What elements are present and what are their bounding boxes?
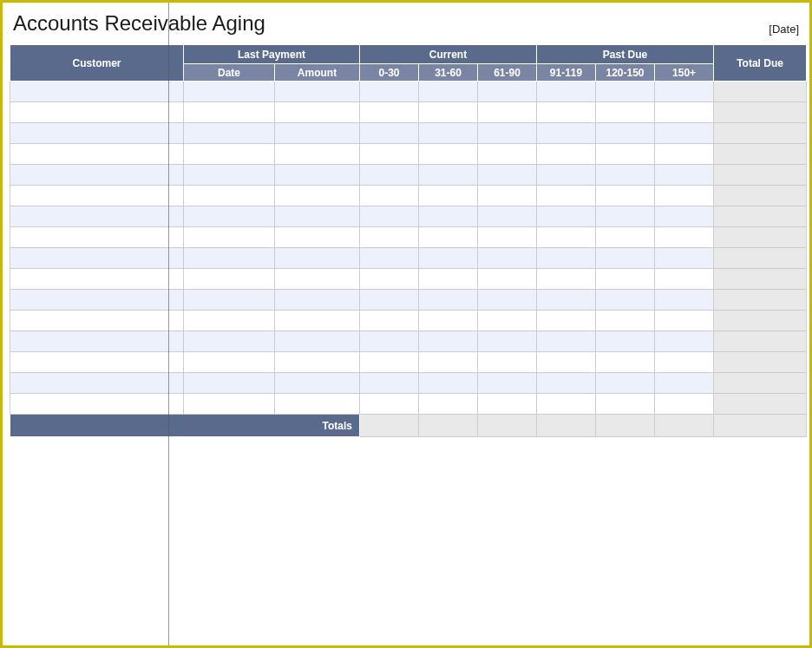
cell-91-119[interactable] xyxy=(537,144,596,165)
cell-31-60[interactable] xyxy=(419,186,478,206)
cell-total-due[interactable] xyxy=(714,248,807,269)
cell-amount[interactable] xyxy=(275,82,360,102)
cell-total-due[interactable] xyxy=(714,144,807,165)
cell-61-90[interactable] xyxy=(478,352,537,373)
cell-total-due[interactable] xyxy=(714,352,807,373)
cell-120-150[interactable] xyxy=(596,373,655,394)
cell-0-30[interactable] xyxy=(360,394,419,415)
cell-150-plus[interactable] xyxy=(655,186,714,206)
cell-total-due[interactable] xyxy=(714,206,807,227)
cell-150-plus[interactable] xyxy=(655,269,714,290)
cell-0-30[interactable] xyxy=(360,269,419,290)
cell-31-60[interactable] xyxy=(419,331,478,352)
cell-date[interactable] xyxy=(184,144,275,165)
cell-0-30[interactable] xyxy=(360,352,419,373)
cell-0-30[interactable] xyxy=(360,248,419,269)
cell-amount[interactable] xyxy=(275,102,360,123)
totals-91-119[interactable] xyxy=(537,415,596,437)
cell-150-plus[interactable] xyxy=(655,123,714,144)
cell-31-60[interactable] xyxy=(419,206,478,227)
cell-0-30[interactable] xyxy=(360,144,419,165)
cell-customer[interactable] xyxy=(10,227,184,248)
cell-total-due[interactable] xyxy=(714,186,807,206)
cell-31-60[interactable] xyxy=(419,82,478,102)
cell-150-plus[interactable] xyxy=(655,290,714,311)
cell-91-119[interactable] xyxy=(537,373,596,394)
cell-date[interactable] xyxy=(184,269,275,290)
cell-amount[interactable] xyxy=(275,311,360,331)
cell-120-150[interactable] xyxy=(596,352,655,373)
cell-150-plus[interactable] xyxy=(655,102,714,123)
cell-total-due[interactable] xyxy=(714,123,807,144)
cell-amount[interactable] xyxy=(275,123,360,144)
cell-total-due[interactable] xyxy=(714,165,807,186)
cell-91-119[interactable] xyxy=(537,82,596,102)
cell-61-90[interactable] xyxy=(478,144,537,165)
cell-150-plus[interactable] xyxy=(655,373,714,394)
cell-31-60[interactable] xyxy=(419,311,478,331)
cell-91-119[interactable] xyxy=(537,165,596,186)
cell-date[interactable] xyxy=(184,373,275,394)
cell-91-119[interactable] xyxy=(537,269,596,290)
cell-120-150[interactable] xyxy=(596,331,655,352)
cell-31-60[interactable] xyxy=(419,269,478,290)
cell-31-60[interactable] xyxy=(419,394,478,415)
cell-91-119[interactable] xyxy=(537,186,596,206)
cell-0-30[interactable] xyxy=(360,165,419,186)
cell-91-119[interactable] xyxy=(537,331,596,352)
cell-120-150[interactable] xyxy=(596,102,655,123)
cell-120-150[interactable] xyxy=(596,123,655,144)
cell-120-150[interactable] xyxy=(596,144,655,165)
cell-31-60[interactable] xyxy=(419,144,478,165)
cell-total-due[interactable] xyxy=(714,394,807,415)
cell-91-119[interactable] xyxy=(537,206,596,227)
cell-31-60[interactable] xyxy=(419,352,478,373)
cell-120-150[interactable] xyxy=(596,311,655,331)
cell-total-due[interactable] xyxy=(714,331,807,352)
cell-150-plus[interactable] xyxy=(655,227,714,248)
cell-61-90[interactable] xyxy=(478,165,537,186)
cell-customer[interactable] xyxy=(10,269,184,290)
cell-150-plus[interactable] xyxy=(655,144,714,165)
cell-customer[interactable] xyxy=(10,206,184,227)
cell-91-119[interactable] xyxy=(537,311,596,331)
cell-31-60[interactable] xyxy=(419,227,478,248)
cell-91-119[interactable] xyxy=(537,123,596,144)
cell-61-90[interactable] xyxy=(478,82,537,102)
cell-91-119[interactable] xyxy=(537,290,596,311)
totals-31-60[interactable] xyxy=(419,415,478,437)
cell-61-90[interactable] xyxy=(478,331,537,352)
cell-total-due[interactable] xyxy=(714,373,807,394)
cell-120-150[interactable] xyxy=(596,227,655,248)
cell-61-90[interactable] xyxy=(478,248,537,269)
cell-customer[interactable] xyxy=(10,123,184,144)
cell-amount[interactable] xyxy=(275,227,360,248)
cell-total-due[interactable] xyxy=(714,269,807,290)
cell-91-119[interactable] xyxy=(537,102,596,123)
cell-total-due[interactable] xyxy=(714,82,807,102)
cell-date[interactable] xyxy=(184,352,275,373)
cell-150-plus[interactable] xyxy=(655,206,714,227)
cell-customer[interactable] xyxy=(10,186,184,206)
cell-61-90[interactable] xyxy=(478,102,537,123)
cell-150-plus[interactable] xyxy=(655,352,714,373)
cell-31-60[interactable] xyxy=(419,373,478,394)
totals-120-150[interactable] xyxy=(596,415,655,437)
cell-date[interactable] xyxy=(184,206,275,227)
cell-amount[interactable] xyxy=(275,394,360,415)
cell-31-60[interactable] xyxy=(419,290,478,311)
cell-0-30[interactable] xyxy=(360,227,419,248)
cell-date[interactable] xyxy=(184,394,275,415)
cell-amount[interactable] xyxy=(275,186,360,206)
cell-amount[interactable] xyxy=(275,269,360,290)
cell-31-60[interactable] xyxy=(419,123,478,144)
cell-150-plus[interactable] xyxy=(655,248,714,269)
cell-61-90[interactable] xyxy=(478,186,537,206)
cell-date[interactable] xyxy=(184,82,275,102)
cell-customer[interactable] xyxy=(10,82,184,102)
cell-customer[interactable] xyxy=(10,311,184,331)
cell-date[interactable] xyxy=(184,290,275,311)
cell-0-30[interactable] xyxy=(360,373,419,394)
cell-150-plus[interactable] xyxy=(655,394,714,415)
cell-120-150[interactable] xyxy=(596,206,655,227)
